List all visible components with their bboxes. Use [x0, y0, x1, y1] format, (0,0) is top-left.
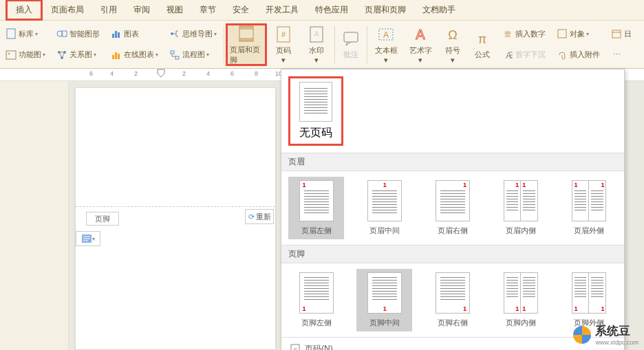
- svg-rect-9: [115, 31, 117, 38]
- header-footer-label: 页眉和页脚: [230, 45, 263, 65]
- comment-button[interactable]: 批注: [336, 23, 365, 66]
- wordart-button[interactable]: A 艺术字▾: [403, 23, 438, 66]
- watermark-logo: 系统豆 www.xtdpc.com: [573, 323, 638, 346]
- svg-rect-11: [112, 55, 114, 59]
- tab-headerfooter[interactable]: 页眉和页脚: [356, 1, 414, 19]
- footer-left-option[interactable]: 1 页脚左侧: [288, 269, 344, 331]
- textbox-button[interactable]: A 文本框▾: [369, 23, 403, 66]
- brand-url: www.xtdpc.com: [595, 339, 638, 346]
- mindmap-button[interactable]: 思维导图▾: [168, 27, 218, 41]
- insert-number-button[interactable]: 壹插入数字: [501, 27, 547, 41]
- footer-options: 1 页脚左侧 1 页脚中间 1 页脚右侧 11 页脚内侧 11 页脚外侧: [281, 263, 624, 337]
- symbol-label: 符号: [445, 45, 460, 56]
- tab-layout[interactable]: 页面布局: [43, 1, 92, 19]
- tab-review[interactable]: 审阅: [125, 1, 158, 19]
- mindmap-icon: [169, 28, 180, 39]
- tab-dev[interactable]: 开发工具: [257, 1, 307, 19]
- header-section-title: 页眉: [281, 153, 624, 171]
- relation-icon: [56, 50, 67, 61]
- svg-point-14: [171, 32, 173, 35]
- page-number-button[interactable]: # 页码▾: [267, 23, 300, 66]
- page-icon: [6, 28, 17, 39]
- brand-logo-icon: [573, 326, 591, 344]
- svg-text:#: #: [293, 347, 297, 351]
- tab-chapter[interactable]: 章节: [191, 1, 224, 19]
- flowchart-button[interactable]: 流程图▾: [168, 48, 218, 62]
- formula-button[interactable]: π 公式: [468, 23, 497, 66]
- update-button[interactable]: ⟳重新: [245, 209, 274, 224]
- svg-rect-15: [171, 51, 174, 54]
- content-tool[interactable]: ▾: [76, 231, 100, 246]
- header-right-option[interactable]: 1 页眉右侧: [425, 177, 480, 239]
- header-left-option[interactable]: 1 页眉左侧: [288, 177, 344, 239]
- svg-rect-24: [344, 32, 358, 42]
- formula-label: 公式: [475, 50, 490, 60]
- textbox-label: 文本框: [375, 45, 398, 56]
- wordart-icon: A: [411, 25, 429, 43]
- textbox-icon: A: [377, 25, 395, 43]
- first-cap-button[interactable]: A首字下沉: [501, 48, 547, 62]
- object-icon: [557, 28, 568, 39]
- date-button[interactable]: 日: [610, 27, 633, 41]
- tab-view[interactable]: 视图: [158, 1, 191, 19]
- svg-text:A: A: [314, 30, 319, 38]
- smartshape-icon: [56, 28, 67, 39]
- footer-outside-option[interactable]: 11 页脚外侧: [561, 269, 617, 331]
- tab-helper[interactable]: 文档助手: [414, 1, 464, 19]
- more-icon: ⋯: [611, 50, 622, 61]
- no-page-number-option[interactable]: 无页码: [288, 76, 343, 146]
- header-footer-button[interactable]: 页眉和页脚: [226, 23, 267, 66]
- attach-icon: [557, 50, 568, 61]
- watermark-button[interactable]: A 水印▾: [300, 23, 333, 66]
- watermark-label: 水印: [309, 45, 324, 56]
- header-inside-option[interactable]: 11 页眉内侧: [493, 177, 549, 239]
- svg-text:#: #: [281, 30, 286, 39]
- footer-right-option[interactable]: 1 页脚右侧: [425, 269, 480, 331]
- page-number-label: 页码: [276, 45, 291, 56]
- image-icon: [6, 50, 17, 61]
- symbol-button[interactable]: Ω 符号▾: [438, 23, 468, 66]
- date-icon: [611, 28, 622, 39]
- svg-rect-18: [239, 26, 253, 30]
- svg-rect-33: [612, 30, 621, 38]
- document-page[interactable]: 页脚 ⟳重新 ▾: [76, 88, 275, 349]
- smart-shape-button[interactable]: 智能图形: [55, 27, 101, 41]
- tab-insert[interactable]: 插入: [6, 0, 43, 21]
- online-chart-icon: [111, 50, 122, 61]
- page-number-dropdown: 无页码 页眉 1 页眉左侧 1 页眉中间 1 页眉右侧 11 页眉内侧 11 页…: [281, 69, 625, 350]
- ribbon: 标库▾ 功能图▾ 智能图形 关系图▾ 图表 在线图表▾ 思维导图▾ 流程图▾ 页…: [0, 21, 644, 69]
- chart-button[interactable]: 图表: [109, 27, 160, 41]
- header-options: 1 页眉左侧 1 页眉中间 1 页眉右侧 11 页眉内侧 11 页眉外侧: [281, 171, 624, 245]
- svg-rect-8: [112, 34, 114, 38]
- svg-rect-19: [239, 38, 253, 41]
- number-icon: 壹: [502, 28, 513, 39]
- footer-inside-option[interactable]: 11 页脚内侧: [493, 269, 549, 331]
- svg-text:Ω: Ω: [448, 28, 457, 42]
- svg-text:壹: 壹: [504, 30, 511, 38]
- page-number-small-icon: #: [290, 344, 301, 351]
- dropcap-icon: A: [502, 50, 513, 61]
- svg-rect-32: [558, 30, 566, 38]
- svg-rect-0: [7, 29, 15, 39]
- header-outside-option[interactable]: 11 页眉外侧: [561, 177, 617, 239]
- chart-icon: [111, 28, 122, 39]
- menu-tabs: 插入 页面布局 引用 审阅 视图 章节 安全 开发工具 特色应用 页眉和页脚 文…: [0, 0, 644, 21]
- header-center-option[interactable]: 1 页眉中间: [356, 177, 412, 239]
- footer-center-option[interactable]: 1 页脚中间: [356, 269, 412, 331]
- ruler-indent-marker[interactable]: [157, 69, 165, 80]
- func-image-button[interactable]: 功能图▾: [4, 48, 47, 62]
- header-footer-icon: [237, 25, 255, 43]
- online-chart-button[interactable]: 在线图表▾: [109, 48, 160, 62]
- relation-chart-button[interactable]: 关系图▾: [55, 48, 101, 62]
- insert-attach-button[interactable]: 插入附件: [555, 48, 601, 62]
- wordart-label: 艺术字: [409, 45, 432, 56]
- more-button[interactable]: ⋯: [610, 48, 633, 62]
- svg-rect-1: [6, 51, 16, 59]
- tab-ref[interactable]: 引用: [92, 1, 125, 19]
- tab-security[interactable]: 安全: [224, 1, 257, 19]
- tab-special[interactable]: 特色应用: [307, 1, 356, 19]
- svg-text:A: A: [416, 27, 425, 42]
- cover-lib-button[interactable]: 标库▾: [4, 27, 47, 41]
- more-page-number-option[interactable]: # 页码(N)...: [281, 337, 624, 350]
- object-button[interactable]: 对象▾: [555, 27, 601, 41]
